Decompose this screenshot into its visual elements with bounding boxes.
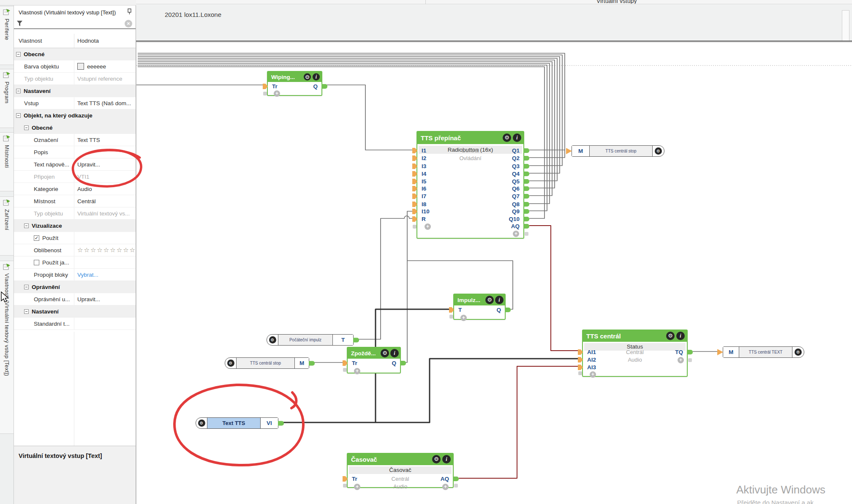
gear-icon[interactable]: ⚙ — [795, 349, 802, 356]
input-connector[interactable] — [578, 365, 583, 370]
prop-row[interactable]: Oprávnění u...Upravit... — [14, 293, 136, 305]
gear-icon[interactable]: ⚙ — [655, 147, 662, 155]
output-connector[interactable] — [400, 361, 406, 365]
wire-texttts-to-ai2[interactable] — [283, 359, 578, 422]
prop-group-row[interactable]: Vizualizace — [14, 220, 136, 232]
info-icon[interactable]: i — [442, 455, 451, 463]
output-connector[interactable] — [523, 156, 529, 161]
output-connector[interactable] — [523, 224, 529, 229]
prop-row[interactable]: VstupText TTS (Naš dom... — [14, 97, 136, 109]
input-connector[interactable] — [412, 179, 417, 184]
marker-memory-tts-central-text[interactable]: M TTS centrál TEXT ⚙ — [723, 346, 804, 358]
sidebar-tab-vlastnosti[interactable]: Vlastnosti (Virtuální textový vstup [Tex… — [0, 261, 14, 434]
prop-row[interactable]: Propojit blokyVybrat... — [14, 269, 136, 281]
input-connector[interactable] — [578, 349, 583, 355]
gear-icon[interactable]: ⚙ — [198, 420, 205, 427]
checkbox[interactable]: ✓ — [34, 235, 39, 241]
prop-row[interactable]: PřipojenVTI1 — [14, 171, 136, 183]
collapse-icon[interactable] — [24, 223, 29, 228]
info-icon[interactable]: i — [676, 332, 685, 340]
sidebar-tab-program[interactable]: Program — [0, 69, 14, 128]
gear-icon[interactable]: ⚙ — [227, 360, 234, 367]
file-tab[interactable]: 20201 lox11.Loxone — [165, 11, 221, 18]
input-connector[interactable] — [412, 209, 417, 214]
collapse-icon[interactable] — [24, 309, 29, 314]
block-wiping[interactable]: Wiping... ⚙ i TrQ+ — [267, 71, 322, 96]
prop-group-row[interactable]: Oprávnění — [14, 281, 136, 293]
marker-memory-in-tts-central-stop[interactable]: ⚙ TTS centrál stop M — [225, 357, 309, 369]
marker-memory-tts-central-stop[interactable]: M TTS centrál stop ⚙ — [572, 145, 664, 157]
checkbox[interactable] — [34, 260, 39, 265]
input-connector[interactable] — [449, 307, 454, 313]
output-connector[interactable] — [523, 179, 529, 184]
marker-virtual-input-text-tts[interactable]: ⚙ Text TTS VI — [196, 417, 278, 429]
prop-value[interactable] — [74, 256, 136, 268]
prop-value[interactable]: Upravit... — [74, 293, 136, 305]
gear-icon[interactable]: ⚙ — [503, 133, 511, 142]
output-connector[interactable] — [505, 308, 511, 312]
output-connector[interactable] — [453, 477, 459, 481]
prop-group-row[interactable]: Obecné — [14, 48, 136, 60]
color-swatch[interactable] — [77, 63, 84, 70]
output-connector[interactable] — [523, 148, 529, 153]
gear-icon[interactable]: ⚙ — [381, 349, 389, 357]
output-connector[interactable] — [523, 202, 529, 207]
prop-row[interactable]: Barva objektueeeeee — [14, 60, 136, 73]
add-io-icon[interactable]: + — [442, 484, 449, 490]
input-connector[interactable] — [412, 202, 417, 207]
prop-link[interactable]: Vybrat... — [77, 272, 98, 278]
output-connector[interactable] — [687, 350, 693, 354]
gear-icon[interactable]: ⚙ — [485, 296, 494, 304]
info-icon[interactable]: i — [495, 296, 504, 304]
gear-icon[interactable]: ⚙ — [666, 332, 675, 340]
input-connector[interactable] — [412, 148, 417, 153]
output-connector[interactable] — [523, 164, 529, 169]
collapse-icon[interactable] — [16, 113, 21, 118]
add-io-icon[interactable]: + — [274, 90, 280, 97]
collapse-icon[interactable] — [24, 285, 29, 289]
wire-casovac-aq-to-ai3[interactable] — [459, 366, 578, 478]
add-io-icon[interactable]: + — [354, 368, 360, 374]
sidebar-tab-zarizeni[interactable]: Zařízení — [0, 196, 14, 256]
gear-icon[interactable]: ⚙ — [432, 455, 441, 463]
output-connector[interactable] — [523, 194, 529, 199]
output-connector[interactable] — [523, 217, 529, 221]
prop-row[interactable]: Text nápově...Upravit... — [14, 158, 136, 171]
input-connector[interactable] — [343, 360, 348, 366]
prop-value[interactable]: eeeeee — [74, 60, 136, 72]
clear-filter-icon[interactable]: × — [125, 20, 132, 27]
wire-zpozde-q-to-i10[interactable] — [401, 211, 412, 362]
prop-value[interactable]: ☆☆☆☆☆☆☆☆☆ — [74, 244, 136, 256]
input-connector[interactable] — [412, 216, 417, 222]
prop-row[interactable]: Popis — [14, 146, 136, 158]
add-io-icon[interactable]: + — [513, 231, 519, 237]
prop-group-row[interactable]: Nastavení — [14, 305, 136, 318]
prop-value[interactable] — [74, 318, 136, 330]
prop-value[interactable]: Audio — [74, 183, 136, 195]
input-connector[interactable] — [412, 155, 417, 161]
input-connector[interactable] — [412, 193, 417, 199]
input-connector[interactable] — [263, 84, 268, 89]
info-icon[interactable]: i — [513, 133, 521, 142]
prop-row[interactable]: ✓Použít — [14, 232, 136, 244]
input-connector[interactable] — [412, 163, 417, 169]
prop-value[interactable] — [74, 232, 136, 244]
wire-prepinac-aq-to-ai1[interactable] — [529, 226, 578, 351]
prop-row[interactable]: MístnostCentrál — [14, 195, 136, 207]
sidebar-tab-mistnosti[interactable]: Místnosti — [0, 132, 14, 191]
prop-row[interactable]: OznačeníText TTS — [14, 134, 136, 146]
add-io-icon[interactable]: + — [425, 223, 431, 230]
add-io-icon[interactable]: + — [460, 315, 467, 321]
prop-row[interactable]: Oblíbenost☆☆☆☆☆☆☆☆☆ — [14, 244, 136, 256]
output-connector[interactable] — [523, 172, 529, 176]
wire-pocatecni-to-r[interactable] — [359, 216, 412, 339]
add-io-icon[interactable]: + — [678, 357, 684, 363]
add-io-icon[interactable]: + — [354, 484, 360, 490]
collapse-icon[interactable] — [16, 52, 21, 57]
output-connector[interactable] — [353, 338, 359, 342]
block-tts-prepinac[interactable]: TTS přepínač ⚙ i Radiobutton (16x) Centr… — [416, 131, 524, 239]
block-tts-central[interactable]: TTS centrál ⚙ i Status CentrálAudioAI1AI… — [582, 330, 688, 377]
prop-group-row[interactable]: Nastavení — [14, 85, 136, 97]
pin-icon[interactable] — [126, 8, 132, 15]
info-icon[interactable]: i — [390, 349, 399, 357]
